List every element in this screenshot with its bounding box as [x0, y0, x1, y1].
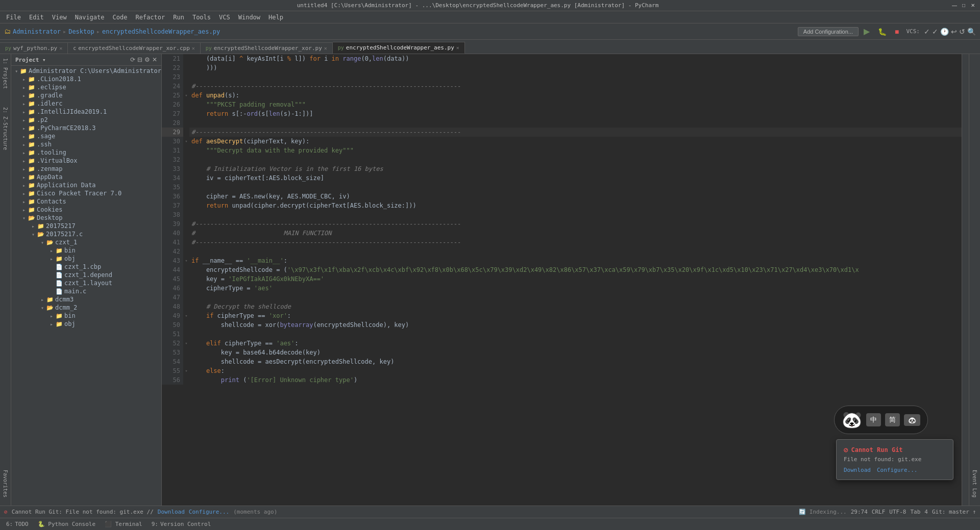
project-sync-btn[interactable]: ⟳ [130, 56, 135, 63]
menu-file[interactable]: File [2, 13, 25, 22]
status-configure-link[interactable]: Configure... [189, 509, 229, 515]
tree-idlerc[interactable]: ▸ 📁 .idlerc [11, 99, 161, 108]
menu-window[interactable]: Window [234, 13, 264, 22]
tree-contacts[interactable]: ▸ 📁 Contacts [11, 197, 161, 206]
project-hide-btn[interactable]: ✕ [152, 56, 157, 63]
tab-close-xor-cpp[interactable]: ✕ [192, 45, 195, 51]
tree-20175217[interactable]: ▸ 📁 20175217 [11, 222, 161, 230]
status-position[interactable]: 29:74 [851, 509, 868, 515]
code-content-wrapper: 21 (data[i] ^ keyAsInt[i % l]) for i in … [162, 54, 969, 506]
tree-ssh-icon: 📁 [28, 141, 36, 148]
tree-dcmm3[interactable]: ▸ 📁 dcmm3 [11, 295, 161, 304]
tree-dcmm3-label: dcmm3 [55, 296, 74, 303]
code-line-38: 38 [162, 210, 969, 219]
tree-ssh[interactable]: ▸ 📁 .ssh [11, 140, 161, 148]
menu-edit[interactable]: Edit [25, 13, 48, 22]
tree-czxt1-obj[interactable]: ▸ 📁 obj [11, 255, 161, 263]
tab-xor-cpp[interactable]: c encryptedShellcodeWrapper_xor.cpp ✕ [68, 42, 201, 54]
git-configure-link[interactable]: Configure... [877, 467, 917, 473]
status-encoding[interactable]: UTF-8 [889, 509, 906, 515]
left-tab-project[interactable]: 1: Project [2, 54, 9, 93]
breadcrumb-administrator[interactable]: Administrator [13, 28, 61, 35]
run-button[interactable]: ▶ [861, 26, 873, 37]
tab-xor-py[interactable]: py encryptedShellcodeWrapper_xor.py ✕ [201, 42, 333, 54]
bottom-tab-python-console[interactable]: 🐍 Python Console [34, 520, 100, 528]
menu-help[interactable]: Help [264, 13, 287, 22]
tree-dcmm2[interactable]: ▾ 📂 dcmm_2 [11, 304, 161, 312]
tree-root[interactable]: ▾ 📁 Administrator C:\Users\Administrator [11, 67, 161, 75]
stop-button[interactable]: ■ [892, 27, 902, 37]
tree-cookies[interactable]: ▸ 📁 Cookies [11, 206, 161, 214]
tree-tooling[interactable]: ▸ 📁 .tooling [11, 148, 161, 157]
ime-jian-button[interactable]: 简 [885, 413, 900, 426]
tree-application-data[interactable]: ▸ 📁 Application Data [11, 181, 161, 189]
tree-dcmm2-bin[interactable]: ▸ 📁 bin [11, 312, 161, 320]
left-tab-favorites[interactable]: Favorites [2, 466, 9, 501]
tree-virtualbox-label: .VirtualBox [37, 157, 77, 164]
status-download-link[interactable]: Download [158, 509, 185, 515]
bottom-tab-todo[interactable]: 6: TODO [2, 520, 33, 528]
tree-eclipse[interactable]: ▸ 📁 .eclipse [11, 83, 161, 91]
tab-close-wyf[interactable]: ✕ [59, 45, 62, 51]
bottom-toolbar: 6: TODO 🐍 Python Console ⬛ Terminal 9: V… [0, 518, 980, 530]
tree-czxt1-cbp[interactable]: 📄 czxt_1.cbp [11, 263, 161, 271]
menu-vcs[interactable]: VCS [215, 13, 234, 22]
breadcrumb-file[interactable]: encryptedShellcodeWrapper_aes.py [102, 28, 220, 35]
debug-button[interactable]: 🐛 [875, 27, 890, 37]
vcs-history[interactable]: 🕐 [940, 28, 949, 36]
tab-close-aes-py[interactable]: ✕ [456, 45, 459, 51]
maximize-button[interactable]: □ [961, 3, 967, 9]
tree-appdata[interactable]: ▸ 📁 AppData [11, 173, 161, 181]
tab-aes-py[interactable]: py encryptedShellcodeWrapper_aes.py ✕ [333, 42, 465, 54]
tree-p2[interactable]: ▸ 📁 .p2 [11, 116, 161, 124]
git-download-link[interactable]: Download [844, 467, 871, 473]
ime-zh-button[interactable]: 中 [866, 413, 881, 426]
vcs-check1[interactable]: ✓ [924, 28, 930, 36]
vcs-refresh[interactable]: ↺ [959, 28, 965, 36]
status-git-branch[interactable]: Git: master ↑ [932, 509, 976, 515]
code-line-54: 54 shellcode = aesDecrypt(encryptedShell… [162, 357, 969, 366]
tree-zenmap[interactable]: ▸ 📁 .zenmap [11, 165, 161, 173]
ime-settings-button[interactable]: 🐼 [904, 414, 920, 426]
vcs-revert[interactable]: ↩ [951, 28, 957, 36]
bottom-tab-terminal[interactable]: ⬛ Terminal [101, 520, 146, 528]
tree-sage-arrow: ▸ [20, 134, 28, 139]
menu-code[interactable]: Code [109, 13, 132, 22]
tree-czxt1-depend[interactable]: 📄 czxt_1.depend [11, 271, 161, 279]
vcs-check2[interactable]: ✓ [932, 28, 938, 36]
tree-czxt1-bin[interactable]: ▸ 📁 bin [11, 246, 161, 255]
menu-refactor[interactable]: Refactor [131, 13, 169, 22]
tree-tooling-icon: 📁 [28, 149, 36, 156]
tree-desktop[interactable]: ▾ 📂 Desktop [11, 214, 161, 222]
tree-clion[interactable]: ▸ 📁 .CLion2018.1 [11, 75, 161, 83]
tree-virtualbox[interactable]: ▸ 📁 .VirtualBox [11, 157, 161, 165]
bottom-tab-version-control[interactable]: 9: Version Control [148, 520, 215, 528]
tree-intellij[interactable]: ▸ 📁 .IntelliJIdea2019.1 [11, 108, 161, 116]
tab-wyf-python[interactable]: py wyf_python.py ✕ [0, 42, 68, 54]
tree-sage[interactable]: ▸ 📁 .sage [11, 132, 161, 140]
menu-tools[interactable]: Tools [188, 13, 215, 22]
project-collapse-btn[interactable]: ⊟ [137, 56, 142, 63]
tree-pycharm[interactable]: ▸ 📁 .PyCharmCE2018.3 [11, 124, 161, 132]
menu-run[interactable]: Run [169, 13, 188, 22]
search-icon[interactable]: 🔍 [967, 28, 976, 36]
tree-czxt1[interactable]: ▾ 📂 czxt_1 [11, 238, 161, 246]
tree-dcmm2-obj[interactable]: ▸ 📁 obj [11, 320, 161, 328]
menu-view[interactable]: View [48, 13, 71, 22]
tree-czxt1-layout[interactable]: 📄 czxt_1.layout [11, 279, 161, 287]
tree-main-c[interactable]: 📄 main.c [11, 287, 161, 295]
breadcrumb-desktop[interactable]: Desktop [68, 28, 94, 35]
right-tab-event-log[interactable]: Event Log [971, 466, 978, 501]
close-button[interactable]: ✕ [970, 3, 976, 9]
add-config-button[interactable]: Add Configuration... [798, 27, 859, 36]
menu-navigate[interactable]: Navigate [71, 13, 109, 22]
tree-cisco[interactable]: ▸ 📁 Cisco Packet Tracer 7.0 [11, 189, 161, 197]
project-settings-btn[interactable]: ⚙ [144, 56, 150, 63]
project-icon: 🗂 [4, 28, 11, 35]
status-crlf[interactable]: CRLF [872, 509, 886, 515]
tab-close-xor-py[interactable]: ✕ [324, 45, 327, 51]
left-tab-structure[interactable]: 2: Z-Structure [2, 103, 9, 154]
tree-20175217c[interactable]: ▾ 📂 20175217.c [11, 230, 161, 238]
minimize-button[interactable]: — [951, 3, 958, 9]
tree-gradle[interactable]: ▸ 📁 .gradle [11, 91, 161, 99]
